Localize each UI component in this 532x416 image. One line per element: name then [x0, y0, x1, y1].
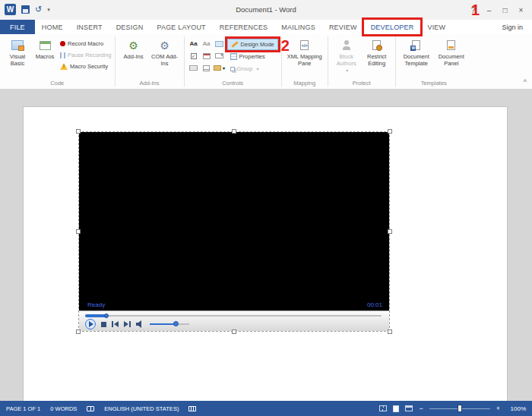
next-icon [124, 321, 128, 327]
rich-text-content-control-button[interactable]: Aa [188, 38, 200, 49]
tab-home[interactable]: HOME [35, 20, 70, 34]
restrict-editing-icon [372, 40, 381, 50]
tab-mailings[interactable]: MAILINGS [274, 20, 322, 34]
document-area: Ready 00:01 [0, 90, 532, 401]
selection-handle[interactable] [388, 229, 392, 234]
previous-button[interactable] [112, 321, 119, 327]
restore-button[interactable]: □ [497, 6, 513, 14]
macro-security-label: Macro Security [70, 63, 108, 70]
restrict-editing-button[interactable]: Restrict Editing [362, 36, 392, 67]
seek-handle[interactable] [104, 314, 109, 318]
zoom-percentage[interactable]: 100% [506, 405, 526, 412]
close-button[interactable]: × [513, 6, 529, 14]
macro-security-button[interactable]: Macro Security [60, 62, 112, 71]
checkbox-content-control-button[interactable] [188, 50, 200, 61]
drop-down-list-content-control-icon [189, 65, 198, 71]
selection-handle[interactable] [232, 329, 236, 334]
group-label-templates: Templates [396, 80, 472, 89]
tab-page-layout[interactable]: PAGE LAYOUT [150, 20, 212, 34]
sign-in-link[interactable]: Sign in [502, 20, 532, 34]
block-authors-button[interactable]: Block Authors [331, 36, 362, 74]
zoom-in-button[interactable]: + [496, 405, 500, 412]
play-button[interactable] [85, 319, 96, 329]
repeating-section-content-control-button[interactable] [201, 62, 213, 74]
com-add-ins-button[interactable]: ⚙ COM Add-Ins [149, 36, 181, 67]
proofing-status-icon[interactable] [87, 406, 94, 411]
tab-developer[interactable]: DEVELOPER [364, 20, 421, 34]
group-button[interactable]: Group [227, 63, 278, 74]
selection-handle[interactable] [232, 129, 236, 134]
selection-handle[interactable] [388, 129, 392, 134]
record-macro-label: Record Macro [68, 40, 103, 47]
document-panel-button[interactable]: Document Panel [434, 36, 469, 67]
volume-fill [150, 323, 176, 325]
add-ins-gear-icon: ⚙ [128, 38, 138, 52]
zoom-slider-handle[interactable] [458, 405, 462, 412]
tab-file[interactable]: FILE [0, 20, 35, 34]
tab-insert[interactable]: INSERT [70, 20, 109, 34]
macros-button[interactable]: Macros [32, 36, 58, 61]
add-ins-button[interactable]: ⚙ Add-Ins [119, 36, 149, 61]
volume-slider[interactable] [150, 320, 189, 328]
design-mode-button[interactable]: Design Mode 2 [227, 39, 278, 50]
pause-recording-label: Pause Recording [68, 52, 112, 58]
group-label-controls: Controls [185, 80, 281, 89]
visual-basic-icon [11, 40, 24, 50]
tab-review[interactable]: REVIEW [322, 20, 364, 34]
plain-text-content-control-button[interactable]: Aa [201, 38, 213, 49]
mute-button[interactable] [136, 320, 144, 328]
next-button[interactable] [124, 321, 131, 327]
document-template-icon [412, 40, 420, 50]
seek-track [85, 315, 382, 317]
block-authors-label: Block Authors [333, 54, 360, 67]
document-panel-icon [447, 40, 455, 50]
document-template-button[interactable]: Document Template [399, 36, 434, 67]
seek-bar[interactable] [85, 314, 382, 318]
word-count[interactable]: 0 WORDS [50, 405, 77, 412]
seek-progress [85, 314, 106, 317]
tab-design[interactable]: DESIGN [109, 20, 150, 34]
selection-handle[interactable] [76, 229, 81, 234]
date-picker-content-control-button[interactable] [201, 50, 213, 61]
next-icon [129, 321, 131, 327]
minimize-button[interactable]: – [481, 6, 497, 14]
record-macro-button[interactable]: Record Macro [60, 39, 112, 48]
macros-icon [40, 41, 51, 50]
legacy-tools-button[interactable] [214, 62, 226, 74]
combo-box-content-control-button[interactable] [214, 50, 226, 61]
drop-down-list-content-control-button[interactable] [188, 62, 200, 74]
pause-recording-button[interactable]: Pause Recording [60, 51, 112, 59]
zoom-slider[interactable] [429, 408, 490, 409]
stop-button[interactable] [101, 322, 106, 327]
volume-handle[interactable] [173, 321, 179, 326]
selection-handle[interactable] [76, 129, 81, 134]
language-indicator[interactable]: ENGLISH (UNITED STATES) [104, 405, 179, 412]
selection-handle[interactable] [76, 329, 81, 334]
visual-basic-button[interactable]: Visual Basic [3, 36, 32, 67]
media-player-control[interactable]: Ready 00:01 [78, 131, 390, 332]
title-bar: W ↺ ▾ Document1 - Word ? – □ × 1 [0, 0, 532, 20]
repeating-section-content-control-icon [203, 65, 210, 71]
media-player-controls-bar [79, 310, 389, 331]
xml-mapping-pane-button[interactable]: XML Mapping Pane [285, 36, 325, 67]
selection-handle[interactable] [388, 329, 392, 334]
picture-content-control-button[interactable] [214, 38, 226, 49]
macro-record-icon[interactable] [188, 406, 196, 411]
ribbon-group-protect: Block Authors Restrict Editing Protect [328, 34, 395, 89]
web-layout-button[interactable] [405, 405, 413, 411]
page-indicator[interactable]: PAGE 1 OF 1 [6, 405, 40, 412]
group-label-code: Code [0, 80, 115, 89]
status-bar: PAGE 1 OF 1 0 WORDS ENGLISH (UNITED STAT… [0, 401, 532, 416]
read-mode-button[interactable] [379, 405, 387, 411]
date-picker-content-control-icon [203, 53, 211, 59]
ribbon-tab-row: FILE HOME INSERT DESIGN PAGE LAYOUT REFE… [0, 20, 532, 34]
media-player-status: Ready [87, 301, 105, 308]
tab-references[interactable]: REFERENCES [213, 20, 275, 34]
pause-recording-icon [60, 52, 65, 58]
print-layout-button[interactable] [393, 405, 399, 412]
checkbox-content-control-icon [191, 53, 197, 59]
collapse-ribbon-icon[interactable]: ^ [524, 78, 527, 86]
tab-view[interactable]: VIEW [420, 20, 452, 34]
zoom-out-button[interactable]: − [419, 405, 423, 412]
properties-button[interactable]: Properties [227, 51, 278, 62]
